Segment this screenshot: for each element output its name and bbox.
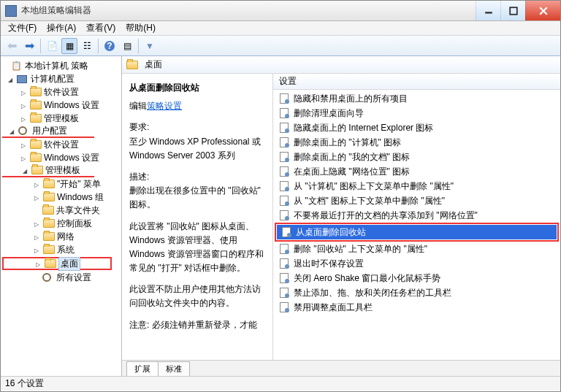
- user-icon: [18, 126, 30, 136]
- show-tree-button[interactable]: ▦: [61, 38, 77, 54]
- list-item[interactable]: 不要将最近打开的文档的共享添加到 "网络位置": [275, 208, 559, 223]
- nav-tree[interactable]: 📋 本地计算机 策略 计算机配置 软件设置 Windows 设置 管理模板 用户…: [1, 56, 122, 376]
- title-bar: 本地组策略编辑器: [1, 1, 560, 21]
- list-item-label: 关闭 Aero Shake 窗口最小化鼠标手势: [294, 272, 440, 285]
- tree-item[interactable]: 管理模板: [1, 112, 121, 125]
- list-item[interactable]: 退出时不保存设置: [275, 256, 559, 271]
- tree-admin-templates[interactable]: 管理模板: [2, 164, 94, 177]
- expand-icon[interactable]: [21, 141, 29, 149]
- folder-icon: [45, 258, 56, 269]
- policy-icon: [279, 302, 289, 312]
- list-item[interactable]: 禁用调整桌面工具栏: [275, 300, 559, 315]
- tab-extended[interactable]: 扩展: [126, 361, 159, 376]
- tree-label: 管理模板: [45, 164, 80, 177]
- folder-icon: [30, 153, 42, 163]
- help-button[interactable]: ?: [102, 38, 118, 54]
- list-item[interactable]: 从 "计算机" 图标上下文菜单中删除 "属性": [275, 179, 559, 193]
- list-item[interactable]: 删除 "回收站" 上下文菜单的 "属性": [275, 242, 559, 256]
- close-button[interactable]: [525, 1, 560, 20]
- tree-label: 控制面板: [57, 218, 92, 230]
- forward-button[interactable]: ➡: [21, 38, 37, 54]
- list-item[interactable]: 在桌面上隐藏 "网络位置" 图标: [275, 164, 559, 179]
- minimize-button[interactable]: [476, 1, 500, 20]
- list-item[interactable]: 隐藏桌面上的 Internet Explorer 图标: [275, 120, 559, 135]
- list-item[interactable]: 禁止添加、拖、放和关闭任务栏的工具栏: [275, 285, 559, 300]
- back-button[interactable]: ⬅: [4, 38, 20, 54]
- expand-icon[interactable]: [34, 233, 42, 241]
- policy-icon: [279, 93, 289, 104]
- list-item[interactable]: 从 "文档" 图标上下文菜单中删除 "属性": [275, 193, 559, 208]
- tree-label: Windows 设置: [44, 99, 99, 112]
- collapse-icon[interactable]: [8, 75, 16, 83]
- policy-icon: [279, 181, 289, 191]
- tree-item[interactable]: 控制面板: [1, 217, 121, 230]
- tree-item[interactable]: 所有设置: [1, 271, 121, 284]
- status-bar: 16 个设置: [1, 376, 560, 391]
- expand-icon[interactable]: [21, 101, 29, 109]
- tree-root[interactable]: 📋 本地计算机 策略: [1, 59, 121, 72]
- list-item-label: 在桌面上隐藏 "网络位置" 图标: [294, 166, 410, 178]
- policy-icon: [279, 258, 289, 269]
- list-item-label: 从 "计算机" 图标上下文菜单中删除 "属性": [294, 180, 454, 193]
- tree-item[interactable]: 软件设置: [1, 85, 121, 99]
- export-button[interactable]: ▤: [119, 38, 135, 54]
- filter-button[interactable]: ▼: [142, 38, 158, 54]
- expand-icon[interactable]: [21, 88, 29, 96]
- tree-user-config[interactable]: 用户配置: [2, 125, 94, 138]
- list-item[interactable]: 删除桌面上的 "计算机" 图标: [275, 135, 559, 150]
- folder-icon: [43, 245, 55, 255]
- expand-icon[interactable]: [21, 154, 29, 162]
- tree-item[interactable]: 共享文件夹: [1, 204, 121, 217]
- menu-help[interactable]: 帮助(H): [121, 20, 160, 36]
- folder-up-icon: 📄: [47, 41, 58, 51]
- tab-standard[interactable]: 标准: [158, 361, 190, 376]
- expand-icon[interactable]: [34, 180, 42, 188]
- description: 描述:删除出现在很多位置中的 "回收站" 图标。: [129, 170, 265, 212]
- list-item[interactable]: 关闭 Aero Shake 窗口最小化鼠标手势: [275, 271, 559, 285]
- tree-item[interactable]: 网络: [1, 230, 121, 243]
- column-header[interactable]: 设置: [273, 74, 560, 90]
- tree-item[interactable]: Windows 设置: [1, 151, 121, 164]
- list-item-selected-highlight: 从桌面删除回收站: [275, 223, 559, 242]
- expand-icon[interactable]: [36, 260, 44, 268]
- list-item-label: 禁用调整桌面工具栏: [294, 301, 373, 314]
- expand-icon[interactable]: [34, 193, 42, 201]
- tree-label: 管理模板: [44, 112, 79, 125]
- edit-policy-link[interactable]: 策略设置: [147, 101, 182, 111]
- tree-item[interactable]: 软件设置: [1, 138, 121, 151]
- menu-file[interactable]: 文件(F): [4, 20, 41, 36]
- policy-icon: [281, 227, 291, 237]
- tree-item[interactable]: "开始" 菜单: [1, 177, 121, 191]
- status-count: 16 个设置: [5, 377, 44, 390]
- settings-icon: [42, 272, 54, 283]
- list-item[interactable]: 删除桌面上的 "我的文档" 图标: [275, 150, 559, 164]
- collapse-icon[interactable]: [9, 127, 18, 135]
- folder-icon: [42, 205, 54, 215]
- tree-computer-config[interactable]: 计算机配置: [1, 72, 121, 85]
- policy-icon: [279, 196, 289, 206]
- menu-action[interactable]: 操作(A): [42, 20, 80, 36]
- expand-icon[interactable]: [34, 220, 42, 228]
- list-item[interactable]: 隐藏和禁用桌面上的所有项目: [275, 91, 559, 106]
- maximize-button[interactable]: [500, 1, 525, 20]
- tree-item[interactable]: Windows 组: [1, 191, 121, 204]
- menu-view[interactable]: 查看(V): [82, 20, 120, 36]
- up-button[interactable]: 📄: [44, 38, 60, 54]
- tree-item[interactable]: 系统: [1, 243, 121, 256]
- expand-icon[interactable]: [34, 246, 42, 254]
- expand-icon[interactable]: [21, 115, 29, 123]
- tree-label: 网络: [57, 231, 75, 243]
- help-icon: ?: [104, 41, 115, 51]
- tree-desktop[interactable]: 桌面: [2, 257, 112, 270]
- list-item-label: 删除桌面上的 "我的文档" 图标: [294, 151, 410, 164]
- list-item[interactable]: 删除清理桌面向导: [275, 106, 559, 120]
- policy-list: 设置 隐藏和禁用桌面上的所有项目删除清理桌面向导隐藏桌面上的 Internet …: [272, 74, 560, 360]
- tree-item[interactable]: Windows 设置: [1, 99, 121, 112]
- list-body[interactable]: 隐藏和禁用桌面上的所有项目删除清理桌面向导隐藏桌面上的 Internet Exp…: [273, 90, 560, 360]
- collapse-icon[interactable]: [23, 166, 31, 174]
- export-icon: ▤: [123, 41, 131, 51]
- properties-button[interactable]: ☷: [79, 38, 95, 54]
- list-item[interactable]: 从桌面删除回收站: [277, 225, 557, 239]
- arrow-left-icon: ⬅: [7, 39, 17, 53]
- folder-icon: [43, 231, 55, 242]
